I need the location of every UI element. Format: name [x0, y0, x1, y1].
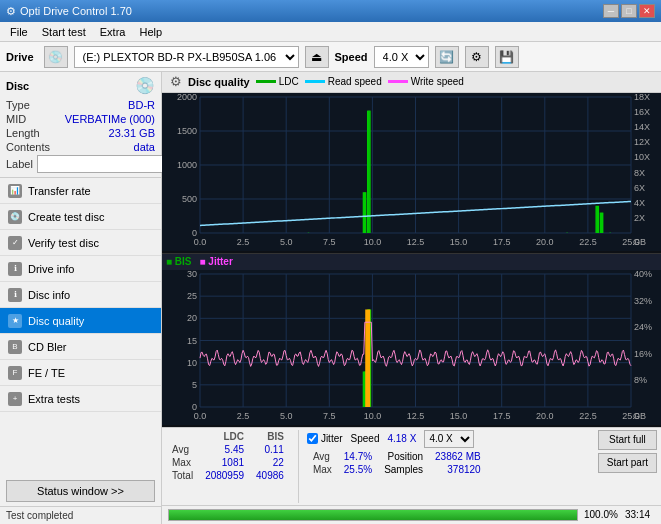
- nav-create-test-disc-label: Create test disc: [28, 211, 104, 223]
- nav-disc-quality[interactable]: ★ Disc quality: [0, 308, 161, 334]
- nav-list: 📊 Transfer rate 💿 Create test disc ✓ Ver…: [0, 178, 161, 412]
- action-buttons: Start full Start part: [598, 430, 657, 473]
- speed-stat-label: Speed: [351, 433, 380, 444]
- position-label: Position: [378, 450, 429, 463]
- nav-disc-info[interactable]: ℹ Disc info: [0, 282, 161, 308]
- eject-button[interactable]: ⏏: [305, 46, 329, 68]
- bis-jitter-chart: [162, 270, 661, 425]
- drive-label: Drive: [6, 51, 34, 63]
- close-button[interactable]: ✕: [639, 4, 655, 18]
- max-jitter-label: Max: [307, 463, 338, 476]
- status-window-button[interactable]: Status window >>: [6, 480, 155, 502]
- stats-table: LDC BIS Avg 5.45 0.11 Max 1081 22 Total …: [166, 430, 290, 482]
- max-jitter-value: 25.5%: [338, 463, 378, 476]
- nav-cd-bler-label: CD Bler: [28, 341, 67, 353]
- jitter-speed-stats: Jitter Speed 4.18 X 4.0 X Avg 14.7% Posi…: [307, 430, 487, 476]
- nav-disc-info-label: Disc info: [28, 289, 70, 301]
- contents-value: data: [134, 141, 155, 153]
- overall-progress-fill: [169, 510, 577, 520]
- disc-quality-icon: ★: [8, 314, 22, 328]
- bottom-chart-header: ■ BIS ■ Jitter: [162, 254, 661, 270]
- nav-cd-bler[interactable]: B CD Bler: [0, 334, 161, 360]
- samples-label: Samples: [378, 463, 429, 476]
- verify-test-disc-icon: ✓: [8, 236, 22, 250]
- read-speed-legend-color: [305, 80, 325, 83]
- disc-info-icon: ℹ: [8, 288, 22, 302]
- contents-label: Contents: [6, 141, 50, 153]
- speed-stat-select[interactable]: 4.0 X: [424, 430, 474, 448]
- stats-bar: LDC BIS Avg 5.45 0.11 Max 1081 22 Total …: [162, 427, 661, 505]
- length-value: 23.31 GB: [109, 127, 155, 139]
- cd-bler-icon: B: [8, 340, 22, 354]
- speed-select[interactable]: 4.0 X: [374, 46, 429, 68]
- status-text: Test completed: [6, 510, 73, 521]
- disc-quality-chart: [162, 93, 661, 251]
- jitter-table: Avg 14.7% Position 23862 MB Max 25.5% Sa…: [307, 450, 487, 476]
- position-value: 23862 MB: [429, 450, 487, 463]
- right-panel: ⚙ Disc quality LDC Read speed Write spee…: [162, 72, 661, 524]
- sidebar: Disc 💿 Type BD-R MID VERBATIMe (000) Len…: [0, 72, 162, 524]
- menu-file[interactable]: File: [4, 25, 34, 39]
- nav-transfer-rate-label: Transfer rate: [28, 185, 91, 197]
- nav-disc-quality-label: Disc quality: [28, 315, 84, 327]
- mid-label: MID: [6, 113, 26, 125]
- elapsed-time: 33:14: [625, 509, 655, 520]
- progress-percent: 100.0%: [584, 509, 619, 520]
- disc-icon: 💿: [135, 76, 155, 95]
- nav-verify-test-disc[interactable]: ✓ Verify test disc: [0, 230, 161, 256]
- disc-section-title: Disc: [6, 80, 29, 92]
- avg-ldc: 5.45: [199, 443, 250, 456]
- nav-drive-info[interactable]: ℹ Drive info: [0, 256, 161, 282]
- drive-select[interactable]: (E:) PLEXTOR BD-R PX-LB950SA 1.06: [74, 46, 299, 68]
- app-icon: ⚙: [6, 5, 16, 18]
- nav-transfer-rate[interactable]: 📊 Transfer rate: [0, 178, 161, 204]
- nav-drive-info-label: Drive info: [28, 263, 74, 275]
- maximize-button[interactable]: □: [621, 4, 637, 18]
- menu-extra[interactable]: Extra: [94, 25, 132, 39]
- menu-help[interactable]: Help: [133, 25, 168, 39]
- menu-start-test[interactable]: Start test: [36, 25, 92, 39]
- jitter-checkbox[interactable]: [307, 433, 318, 444]
- nav-extra-tests-label: Extra tests: [28, 393, 80, 405]
- jitter-label: ■ Jitter: [200, 256, 233, 267]
- nav-fe-te-label: FE / TE: [28, 367, 65, 379]
- save-button[interactable]: 💾: [495, 46, 519, 68]
- config-button[interactable]: ⚙: [465, 46, 489, 68]
- label-input[interactable]: [37, 155, 170, 173]
- fe-te-icon: F: [8, 366, 22, 380]
- avg-jitter-label: Avg: [307, 450, 338, 463]
- minimize-button[interactable]: ─: [603, 4, 619, 18]
- bis-label: ■ BIS: [166, 256, 192, 267]
- max-ldc: 1081: [199, 456, 250, 469]
- nav-create-test-disc[interactable]: 💿 Create test disc: [0, 204, 161, 230]
- read-speed-legend-label: Read speed: [328, 76, 382, 87]
- write-speed-legend-color: [388, 80, 408, 83]
- disc-label-label: Label: [6, 158, 33, 170]
- chart-title: Disc quality: [188, 76, 250, 88]
- app-title: Opti Drive Control 1.70: [20, 5, 132, 17]
- max-bis: 22: [250, 456, 290, 469]
- nav-extra-tests[interactable]: + Extra tests: [0, 386, 161, 412]
- ldc-legend-color: [256, 80, 276, 83]
- total-bis: 40986: [250, 469, 290, 482]
- bottom-chart: [162, 270, 661, 427]
- start-part-button[interactable]: Start part: [598, 453, 657, 473]
- menu-bar: File Start test Extra Help: [0, 22, 661, 42]
- length-label: Length: [6, 127, 40, 139]
- disc-panel: Disc 💿 Type BD-R MID VERBATIMe (000) Len…: [0, 72, 161, 178]
- nav-fe-te[interactable]: F FE / TE: [0, 360, 161, 386]
- top-chart: [162, 93, 661, 254]
- speed-label: Speed: [335, 51, 368, 63]
- ldc-legend-label: LDC: [279, 76, 299, 87]
- avg-label: Avg: [166, 443, 199, 456]
- refresh-button[interactable]: 🔄: [435, 46, 459, 68]
- drive-icon: 💿: [44, 46, 68, 68]
- total-label: Total: [166, 469, 199, 482]
- avg-jitter-value: 14.7%: [338, 450, 378, 463]
- type-label: Type: [6, 99, 30, 111]
- write-speed-legend-label: Write speed: [411, 76, 464, 87]
- drive-toolbar: Drive 💿 (E:) PLEXTOR BD-R PX-LB950SA 1.0…: [0, 42, 661, 72]
- start-full-button[interactable]: Start full: [598, 430, 657, 450]
- type-value: BD-R: [128, 99, 155, 111]
- charts-area: ■ BIS ■ Jitter: [162, 93, 661, 427]
